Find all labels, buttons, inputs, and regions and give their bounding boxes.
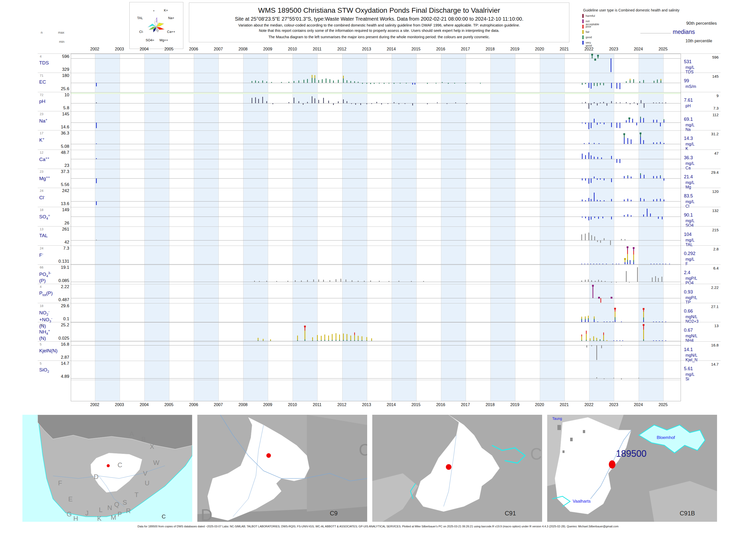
gutter-separator — [680, 284, 721, 284]
axis-max-value: 596 — [39, 54, 69, 59]
site-location-dot — [446, 464, 451, 470]
median-baseline — [71, 103, 681, 103]
axis-max-value: 36.3 — [39, 131, 69, 136]
data-bar — [651, 264, 651, 264]
data-bar — [657, 142, 657, 144]
data-bar — [593, 336, 594, 341]
data-bar — [96, 240, 97, 240]
row-separator — [71, 342, 681, 342]
axis-min-value: 5.08 — [39, 144, 69, 149]
data-bar — [298, 101, 299, 103]
data-bar — [633, 248, 634, 265]
data-bar — [631, 215, 632, 216]
data-bar — [374, 83, 375, 84]
median-baseline — [71, 240, 681, 240]
even-year-band — [194, 54, 219, 401]
data-bar — [454, 83, 455, 84]
data-bar — [585, 123, 586, 124]
data-bar — [627, 199, 628, 201]
data-bar — [616, 282, 617, 283]
year-gridline — [466, 54, 466, 401]
median-value: 83.5 — [684, 193, 693, 199]
data-bar — [412, 103, 413, 105]
year-gridline — [490, 54, 491, 401]
data-bar — [627, 214, 628, 216]
drainage-region-letter: K — [97, 515, 102, 522]
data-bar — [618, 264, 619, 264]
data-bar — [589, 143, 589, 144]
drainage-region-letter: F — [58, 479, 62, 487]
data-bar — [644, 175, 644, 178]
data-bar — [591, 345, 592, 346]
axis-max-value: 19.1 — [39, 265, 69, 270]
gutter-separator — [680, 341, 721, 342]
data-bar — [585, 178, 586, 181]
data-bar — [96, 158, 97, 159]
data-bar — [326, 78, 326, 83]
axis-max-value: 48.7 — [39, 150, 69, 155]
data-bar — [597, 123, 598, 125]
axis-min-value: 5.56 — [39, 182, 69, 187]
data-bar — [346, 80, 347, 83]
axis-max-value: 16.8 — [39, 342, 69, 347]
year-tick-label: 2006 — [189, 403, 198, 407]
drainage-region-letter: S — [123, 498, 127, 506]
data-bar — [594, 143, 595, 144]
row-separator — [71, 303, 681, 303]
unit-label: mgP/L TP — [686, 296, 697, 305]
year-tick-label: 2021 — [560, 403, 569, 407]
axis-min-value: 26 — [39, 221, 69, 226]
data-bar — [585, 316, 586, 322]
row-separator — [71, 226, 681, 227]
data-bar — [624, 176, 625, 178]
median-value: 21.4 — [684, 174, 693, 180]
data-bar — [318, 80, 319, 83]
data-bar — [665, 340, 666, 341]
data-bar — [366, 337, 367, 341]
censored-value-cap — [304, 325, 306, 327]
median-value: 7.61 — [684, 98, 693, 103]
data-bar — [582, 123, 582, 124]
data-bar — [321, 336, 322, 341]
censored-value-cap — [643, 324, 644, 326]
drainage-region-letter: C — [530, 445, 542, 463]
data-bar — [398, 103, 399, 104]
gutter-separator — [680, 111, 721, 111]
data-bar — [406, 83, 407, 84]
median-baseline — [71, 178, 681, 179]
data-bar — [621, 239, 622, 240]
map-region-label: C9 — [330, 510, 338, 517]
data-bar — [281, 82, 282, 83]
data-bar — [446, 103, 447, 104]
data-bar — [307, 79, 308, 83]
drainage-region-letter: H — [73, 515, 78, 522]
year-gridline — [144, 54, 145, 401]
data-bar — [591, 155, 591, 159]
maucha-legend-box: *K+TALNa+Cl-Ca++SO4=Mg++ — [129, 2, 183, 49]
data-bar — [312, 96, 312, 103]
data-bar — [590, 338, 590, 341]
year-tick-label: 2011 — [313, 403, 321, 407]
data-bar — [480, 83, 481, 83]
data-bar — [600, 83, 601, 85]
data-bar — [644, 199, 644, 201]
data-bar — [653, 142, 654, 144]
data-bar — [371, 103, 372, 104]
year-gridline — [367, 54, 367, 401]
data-bar — [355, 103, 356, 105]
data-bar — [640, 173, 641, 178]
median-baseline — [71, 298, 681, 298]
data-bar — [603, 216, 603, 219]
data-bar — [366, 103, 367, 104]
data-bar — [591, 178, 591, 183]
data-bar — [626, 271, 627, 282]
year-tick-label: 2022 — [584, 403, 594, 407]
year-tick-label: 2011 — [313, 47, 321, 51]
data-bar — [364, 281, 364, 282]
drainage-region-letter: G — [67, 510, 71, 518]
parameter-name: F- — [39, 252, 43, 258]
year-tick-label: 2024 — [634, 47, 643, 51]
data-bar — [599, 143, 599, 144]
data-bar — [653, 322, 654, 322]
guideline-class-label: very good — [586, 41, 592, 47]
